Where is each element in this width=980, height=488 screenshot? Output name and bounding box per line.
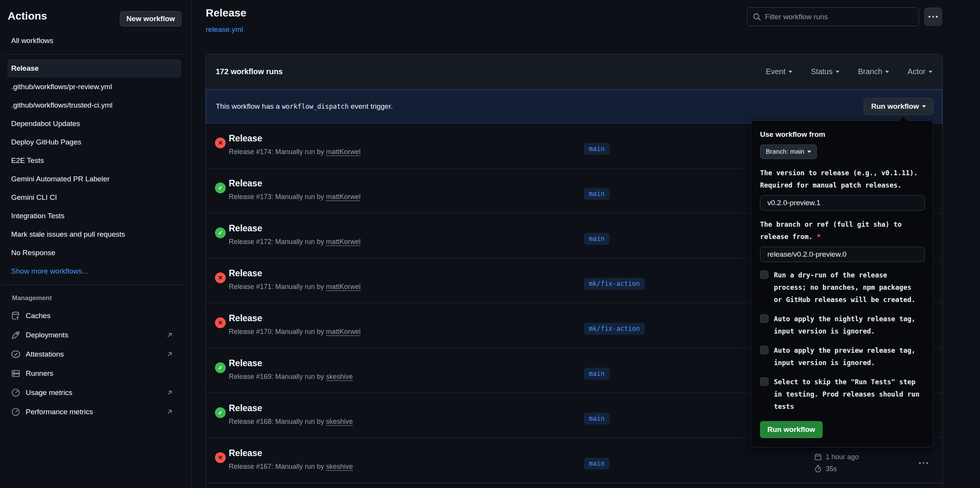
sidebar-item-label: Usage metrics: [26, 388, 72, 397]
run-title-link[interactable]: Release: [229, 358, 262, 368]
sidebar-item-performance-metrics[interactable]: Performance metrics: [7, 403, 181, 421]
version-input[interactable]: [760, 195, 925, 211]
arrow-up-right-icon: [166, 350, 174, 358]
checkbox-label: Run a dry-run of the release process; no…: [774, 269, 922, 306]
run-workflow-submit-button[interactable]: Run workflow: [760, 421, 823, 438]
actor-link[interactable]: mattKorwel: [326, 148, 360, 156]
dry-run-checkbox[interactable]: [760, 271, 768, 279]
page-title: Release: [206, 7, 246, 19]
skip-tests-checkbox[interactable]: [760, 377, 768, 386]
sidebar-item-trusted-ci[interactable]: .github/workflows/trusted-ci.yml: [7, 96, 181, 115]
run-title-link[interactable]: Release: [229, 133, 262, 144]
x-circle-icon: [215, 138, 226, 148]
filter-workflow-runs-box[interactable]: [747, 7, 919, 26]
sidebar-item-release[interactable]: Release: [7, 59, 181, 78]
x-circle-icon: [215, 272, 226, 283]
search-icon: [753, 13, 761, 21]
kebab-menu-button[interactable]: [919, 459, 934, 467]
sidebar-item-gemini-cli-ci[interactable]: Gemini CLI CI: [7, 188, 181, 207]
sidebar-divider: [3, 285, 185, 285]
sidebar-item-deploy-github-pages[interactable]: Deploy GitHub Pages: [7, 133, 181, 151]
run-description: Release #174: Manually run by mattKorwel: [229, 148, 360, 156]
branch-badge[interactable]: mk/fix-action: [584, 278, 645, 290]
preview-tag-checkbox[interactable]: [760, 346, 768, 354]
branch-badge[interactable]: main: [584, 143, 610, 155]
run-description: Release #171: Manually run by mattKorwel: [229, 283, 360, 291]
actor-link[interactable]: mattKorwel: [326, 328, 360, 335]
filter-event-dropdown[interactable]: Event: [766, 67, 792, 76]
search-input[interactable]: [765, 13, 913, 21]
sidebar-item-usage-metrics[interactable]: Usage metrics: [7, 383, 181, 402]
run-title-link[interactable]: Release: [229, 178, 262, 189]
ref-input[interactable]: [760, 247, 925, 262]
chevron-down-icon: [922, 105, 926, 108]
sidebar-item-deployments[interactable]: Deployments: [7, 326, 181, 344]
new-workflow-button[interactable]: New workflow: [120, 11, 182, 27]
actor-link[interactable]: skeshive: [326, 373, 353, 380]
branch-badge[interactable]: main: [584, 458, 610, 470]
x-circle-icon: [215, 317, 226, 328]
sidebar-item-gemini-automated-pr-labeler[interactable]: Gemini Automated PR Labeler: [7, 170, 181, 188]
run-title-link[interactable]: Release: [229, 223, 262, 234]
run-title-link[interactable]: Release: [229, 268, 262, 279]
branch-selector-button[interactable]: Branch: main: [760, 144, 817, 159]
sidebar-item-e2e-tests[interactable]: E2E Tests: [7, 151, 181, 170]
code-span: workflow_dispatch: [282, 103, 349, 110]
actor-link[interactable]: mattKorwel: [326, 193, 360, 201]
sidebar-item-label: Caches: [26, 312, 50, 320]
banner-text: This workflow has a workflow_dispatch ev…: [216, 102, 393, 111]
sidebar-divider: [3, 54, 187, 55]
workflow-file-link[interactable]: release.yml: [206, 25, 243, 34]
filter-actor-dropdown[interactable]: Actor: [907, 67, 932, 76]
actions-sidebar: Actions New workflow All workflows Relea…: [0, 0, 192, 488]
required-asterisk: *: [817, 233, 821, 241]
branch-badge[interactable]: main: [584, 413, 610, 425]
sidebar-item-pr-review[interactable]: .github/workflows/pr-review.yml: [7, 78, 181, 96]
run-duration: 35s: [826, 465, 837, 473]
stopwatch-icon: [814, 465, 822, 473]
check-circle-icon: [215, 362, 226, 373]
sidebar-item-attestations[interactable]: Attestations: [7, 345, 181, 364]
actor-link[interactable]: skeshive: [326, 463, 353, 470]
run-time: 1 hour ago: [826, 453, 859, 461]
run-title-link[interactable]: Release: [229, 448, 262, 458]
show-more-workflows-link[interactable]: Show more workflows...: [7, 262, 181, 281]
nightly-tag-checkbox[interactable]: [760, 314, 768, 323]
run-title-link[interactable]: Release: [229, 313, 262, 324]
sidebar-item-no-response[interactable]: No Response: [7, 244, 181, 262]
sidebar-item-runners[interactable]: Runners: [7, 364, 181, 383]
run-description: Release #173: Manually run by mattKorwel: [229, 193, 360, 201]
sidebar-item-label: Performance metrics: [26, 408, 93, 416]
actor-link[interactable]: mattKorwel: [326, 238, 360, 246]
kebab-menu-button[interactable]: [924, 8, 942, 26]
chevron-down-icon: [807, 151, 811, 153]
sidebar-item-label: Attestations: [26, 350, 64, 359]
sidebar-item-caches[interactable]: Caches: [7, 307, 181, 325]
sidebar-item-all-workflows[interactable]: All workflows: [7, 32, 181, 50]
sidebar-item-label: Runners: [26, 369, 53, 378]
sidebar-item-dependabot-updates[interactable]: Dependabot Updates: [7, 115, 181, 133]
sidebar-item-integration-tests[interactable]: Integration Tests: [7, 207, 181, 225]
check-circle-icon: [215, 227, 226, 238]
actor-link[interactable]: skeshive: [326, 418, 353, 425]
version-field-label: The version to release (e.g., v0.1.11). …: [760, 167, 924, 191]
branch-badge[interactable]: main: [584, 368, 610, 380]
gauge-icon: [11, 388, 20, 397]
run-workflow-dropdown-button[interactable]: Run workflow: [864, 98, 933, 115]
run-title-link[interactable]: Release: [229, 403, 262, 413]
branch-badge[interactable]: main: [584, 188, 610, 200]
database-icon: [11, 311, 20, 320]
chevron-down-icon: [788, 71, 792, 73]
sidebar-item-mark-stale[interactable]: Mark stale issues and pull requests: [7, 225, 181, 244]
filter-status-dropdown[interactable]: Status: [811, 67, 840, 76]
filter-branch-dropdown[interactable]: Branch: [858, 67, 889, 76]
kebab-horizontal-icon: [919, 462, 921, 464]
run-description: Release #168: Manually run by skeshive: [229, 418, 353, 426]
branch-badge[interactable]: mk/fix-action: [584, 323, 645, 335]
dry-run-option: Run a dry-run of the release process; no…: [760, 269, 924, 306]
next-run-row-partial: [206, 483, 942, 488]
checkbox-label: Select to skip the "Run Tests" step in t…: [774, 376, 922, 413]
branch-badge[interactable]: main: [584, 233, 610, 245]
actor-link[interactable]: mattKorwel: [326, 283, 360, 290]
popup-heading: Use workflow from: [760, 130, 924, 139]
